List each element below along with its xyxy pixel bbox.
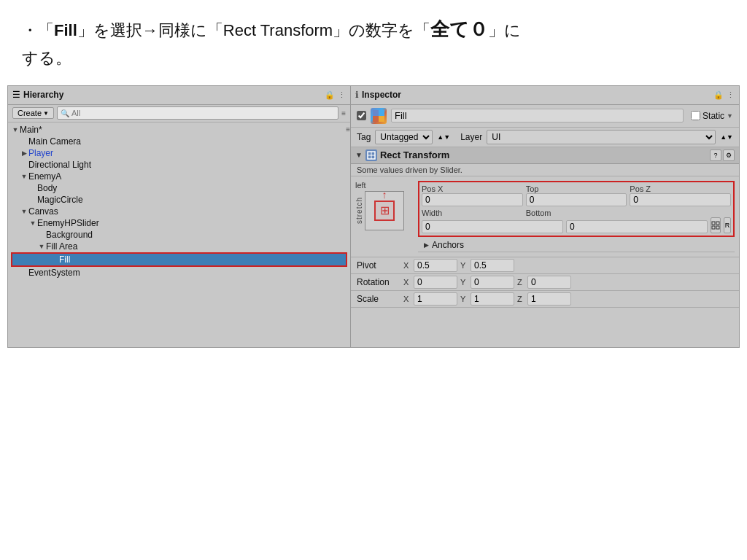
tree-item-enemyhpslider[interactable]: ▼ EnemyHPSlider [8, 217, 350, 229]
pivot-x-axis: X [403, 261, 412, 270]
go-name-input[interactable] [391, 109, 684, 122]
search-input[interactable] [71, 109, 335, 117]
go-icon [371, 108, 387, 124]
rect-transform-arrow-icon[interactable]: ▼ [355, 151, 363, 159]
search-box: 🔍 [57, 106, 338, 120]
tree-item-fill[interactable]: Fill [12, 254, 346, 265]
driven-notice: Some values driven by Slider. [351, 164, 739, 176]
rotation-z-input[interactable] [527, 276, 571, 289]
scale-z-input[interactable] [527, 292, 571, 306]
stretch-label: stretch [355, 197, 363, 224]
fields-inputs-row2: R [422, 217, 731, 233]
layer-select[interactable]: UI [487, 130, 716, 144]
grid-icon-btn[interactable] [711, 217, 721, 233]
create-label: Create [18, 109, 42, 117]
width-group: Width [422, 209, 523, 217]
scale-x-input[interactable] [414, 292, 457, 306]
pivot-y-input[interactable] [471, 259, 514, 272]
rotation-x-axis: X [403, 278, 412, 287]
hierarchy-menu-icon[interactable]: ⋮ [338, 90, 346, 100]
layer-dropdown-icon: ▲▼ [720, 133, 733, 141]
pos-x-group: Pos X [422, 184, 523, 193]
tree-item-main[interactable]: ▼ Main* ≡ [8, 124, 350, 136]
rect-transform-body: left stretch ↑ ⊞ [351, 176, 739, 257]
anchor-diagram-wrapper: stretch ↑ ⊞ [355, 191, 404, 230]
fa-arrow-icon: ▼ [37, 243, 46, 250]
inspector-menu-icon[interactable]: ⋮ [727, 90, 735, 100]
tree-item-body[interactable]: Body [8, 182, 350, 194]
instr-end: 」に [488, 21, 521, 39]
svg-rect-9 [712, 226, 715, 229]
pos-z-input[interactable] [630, 193, 731, 206]
scale-y-axis: Y [460, 295, 469, 303]
tag-dropdown-icon: ▲▼ [437, 133, 450, 141]
tree-item-background[interactable]: Background [8, 229, 350, 241]
inspector-lock-icon[interactable]: 🔒 [713, 90, 724, 100]
scale-x-group: X [403, 292, 457, 306]
fill-outline-box: Fill [11, 252, 347, 267]
tree-item-canvas[interactable]: ▼ Canvas [8, 206, 350, 217]
hierarchy-list-icon: ☰ [12, 90, 20, 100]
hierarchy-lock-icon[interactable]: 🔒 [325, 90, 335, 100]
instruction-line2: する。 [22, 49, 71, 67]
tree-item-magiccircle[interactable]: MagicCircle [8, 194, 350, 206]
create-button[interactable]: Create ▼ [12, 107, 54, 119]
inspector-header: ℹ Inspector 🔒 ⋮ [351, 86, 739, 105]
fields-inputs-row1 [422, 193, 731, 206]
top-input[interactable] [526, 193, 627, 206]
pivot-x-input[interactable] [414, 259, 457, 272]
fields-area: Pos X Top Pos Z [418, 181, 735, 252]
svg-rect-0 [373, 110, 379, 116]
bottom-label: Bottom [526, 209, 627, 217]
pos-x-input[interactable] [422, 193, 523, 206]
tree-item-enemya[interactable]: ▼ EnemyA [8, 171, 350, 182]
fields-highlight-box: Pos X Top Pos Z [418, 181, 735, 237]
enemyhpslider-label: EnemyHPSlider [37, 218, 99, 228]
tag-select[interactable]: Untagged [375, 130, 433, 144]
player-label: Player [28, 148, 53, 158]
pivot-xyz: X Y [403, 259, 733, 272]
pivot-x-group: X [403, 259, 457, 272]
pivot-label: Pivot [357, 260, 400, 271]
tree-item-player[interactable]: ▶ Player [8, 147, 350, 159]
anchor-inner-box: ↑ ⊞ [374, 201, 395, 221]
rect-transform-section-header: ▼ Rect Transform ? ⚙ [351, 147, 739, 164]
tree-item-eventsystem[interactable]: EventSystem [8, 267, 350, 279]
fields-labels-row1: Pos X Top Pos Z [422, 184, 731, 193]
static-dropdown-icon[interactable]: ▼ [727, 112, 733, 120]
rect-transform-more-btn[interactable]: ⚙ [723, 149, 735, 161]
width-input[interactable] [422, 220, 563, 233]
main-arrow-icon: ▼ [11, 126, 20, 133]
info-icon: ℹ [355, 90, 359, 100]
zero-keyword: 全て０ [430, 18, 488, 40]
anchors-arrow-icon[interactable]: ▶ [424, 241, 429, 249]
hierarchy-header: ☰ Hierarchy 🔒 ⋮ [8, 86, 350, 105]
driven-notice-text: Some values driven by Slider. [357, 166, 462, 174]
tree-item-directional-light[interactable]: Directional Light [8, 159, 350, 171]
rotation-x-input[interactable] [414, 276, 457, 289]
rotation-y-input[interactable] [471, 276, 514, 289]
svg-rect-3 [379, 116, 384, 122]
rect-transform-settings-btn[interactable]: ? [710, 149, 721, 161]
static-checkbox[interactable] [691, 111, 700, 120]
hierarchy-scroll-icon: ≡ [341, 109, 346, 117]
directional-light-label: Directional Light [28, 160, 91, 170]
inspector-header-icons: 🔒 ⋮ [713, 90, 735, 100]
scale-y-group: Y [460, 292, 514, 306]
bottom-input[interactable] [566, 220, 708, 233]
anchors-row: ▶ Anchors [418, 238, 735, 252]
svg-rect-7 [712, 222, 715, 225]
tree-item-main-camera[interactable]: ▶ Main Camera [8, 136, 350, 147]
anchor-diagram[interactable]: ↑ ⊞ [365, 191, 404, 230]
fill-label: Fill [59, 254, 70, 265]
rotation-row: Rotation X Y Z [351, 274, 739, 291]
tree-item-fill-area[interactable]: ▼ Fill Area [8, 241, 350, 252]
instruction-area: ・「Fill」を選択→同様に「Rect Transform」の数字を「全て０」に… [0, 0, 747, 78]
scale-y-input[interactable] [471, 292, 514, 306]
pivot-y-group: Y [460, 259, 514, 272]
svg-rect-2 [373, 116, 379, 122]
r-button[interactable]: R [724, 217, 731, 233]
go-active-checkbox[interactable] [357, 111, 366, 120]
rotation-z-group: Z [517, 276, 571, 289]
tag-label: Tag [357, 132, 371, 142]
